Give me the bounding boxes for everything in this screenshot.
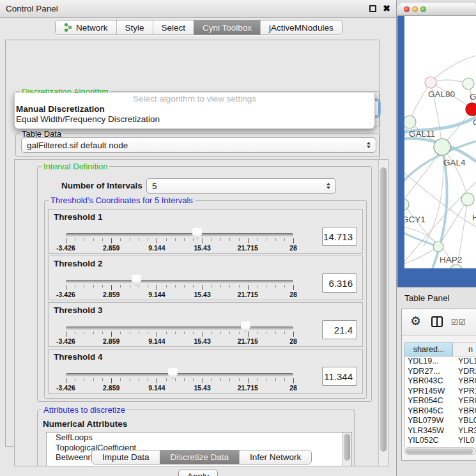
threshold-2-slider-track[interactable]	[66, 280, 293, 283]
column-header-shared-name[interactable]: shared...	[404, 342, 453, 357]
apply-button[interactable]: Apply	[178, 470, 218, 476]
scale-label: -3.426	[56, 291, 75, 298]
scale-label: 9.144	[148, 291, 165, 298]
scale-label: 21.715	[238, 384, 258, 392]
node-label-c-partial: C	[473, 118, 476, 127]
scale-label: 21.715	[238, 337, 258, 345]
table-row[interactable]: YDL19...YDL1	[405, 357, 476, 367]
node-hap2[interactable]	[433, 242, 443, 252]
cell[interactable]: YLR345W	[405, 426, 454, 436]
tab-select[interactable]: Select	[153, 20, 194, 35]
table-row[interactable]: YLR345WYLR3	[405, 426, 476, 436]
cell[interactable]: YDR2	[454, 367, 476, 377]
threshold-1-value-field[interactable]: 14.713	[322, 227, 357, 246]
scale-label: -3.426	[56, 244, 75, 252]
number-of-intervals-combobox[interactable]: 5	[146, 178, 336, 194]
cell[interactable]: YBR045C	[405, 406, 454, 417]
select-columns-checkboxes-icon[interactable]: ☑☑	[451, 318, 466, 326]
cell[interactable]: YLR3	[454, 426, 476, 436]
threshold-2-scale: -3.426 2.859 9.144 15.43 21.715 28	[66, 291, 293, 298]
split-columns-icon[interactable]	[431, 316, 443, 327]
scrollbar-thumb[interactable]	[380, 167, 387, 452]
tab-cyni-toolbox-label: Cyni Toolbox	[203, 23, 252, 33]
cell[interactable]: YIL052C	[405, 436, 454, 446]
table-row[interactable]: YBR045CYBR0	[405, 406, 476, 417]
minimize-traffic-light-icon[interactable]	[412, 6, 418, 12]
interval-definition-group-title: Interval Definition	[42, 162, 109, 171]
scale-label: 2.859	[103, 291, 119, 298]
threshold-3-slider-track[interactable]	[66, 326, 293, 330]
table-data-combobox[interactable]: galFiltered.sif default node	[21, 137, 376, 153]
cell[interactable]: YDL19...	[405, 357, 454, 367]
tab-network[interactable]: Network	[56, 20, 116, 35]
threshold-4-slider-track[interactable]	[66, 373, 293, 376]
scale-label: 28	[289, 384, 297, 392]
table-toolbar: ⚙ ☑☑	[402, 309, 476, 336]
node-top-right[interactable]	[463, 78, 474, 89]
tab-infer-network[interactable]: Infer Network	[239, 450, 311, 464]
tab-style-label: Style	[125, 23, 144, 33]
attributes-list-scrollbar[interactable]	[342, 433, 351, 466]
table-row[interactable]: YBR043CYBR0	[405, 376, 476, 387]
cell[interactable]: YBL0	[454, 416, 476, 426]
cell[interactable]: YPR145W	[405, 387, 454, 397]
column-header-name[interactable]: n	[453, 342, 476, 357]
tab-jactivemnodules[interactable]: jActiveMNodules	[260, 20, 342, 35]
node-right[interactable]	[461, 193, 474, 206]
tab-discretize-data[interactable]: Discretize Data	[160, 450, 240, 464]
node-label-gcy1: GCY1	[404, 215, 426, 224]
node-gal11[interactable]	[404, 116, 416, 128]
cell[interactable]: YBL079W	[405, 416, 454, 426]
settings-scrollbar[interactable]	[378, 160, 388, 466]
threshold-2-panel: Threshold 2 -3.426 2.859 9.144 15.43 21.…	[48, 256, 363, 300]
threshold-1-slider-track[interactable]	[66, 233, 293, 236]
interval-definition-group: Interval Definition Number of Intervals …	[37, 166, 372, 402]
cell[interactable]: YER0	[454, 396, 476, 406]
dropdown-option-manual-discretization[interactable]: Manual Discretization	[16, 104, 105, 114]
cell[interactable]: YDR27...	[405, 367, 454, 377]
gear-icon[interactable]: ⚙	[410, 314, 421, 328]
threshold-3-value-field[interactable]: 21.4	[322, 320, 357, 339]
table-horizontal-scrollbar[interactable]	[404, 447, 476, 455]
table-row[interactable]: YIL052CYIL0	[405, 436, 476, 446]
scrollbar-thumb[interactable]	[344, 434, 350, 461]
node-label-hap2: HAP2	[440, 255, 462, 265]
list-item[interactable]: SelfLoops	[47, 433, 351, 443]
close-icon[interactable]: ✖	[383, 3, 390, 13]
tab-select-label: Select	[162, 23, 186, 33]
zoom-traffic-light-icon[interactable]	[420, 6, 426, 12]
tab-impute-data[interactable]: Impute Data	[92, 450, 160, 464]
thresholds-group-title: Threshold's Coordinates for 5 Intervals	[49, 196, 195, 205]
cell[interactable]: YDL1	[454, 357, 476, 367]
cell[interactable]: YER054C	[405, 396, 454, 406]
float-window-icon[interactable]	[369, 5, 376, 12]
scrollbar-thumb[interactable]	[406, 449, 473, 454]
cell[interactable]: YIL0	[454, 436, 476, 446]
cell[interactable]: YBR043C	[405, 376, 454, 387]
node-gal4[interactable]	[434, 139, 450, 155]
cell[interactable]: YPR1	[454, 387, 476, 397]
threshold-2-value-field[interactable]: 6.316	[322, 273, 357, 293]
cell[interactable]: YBR0	[454, 406, 476, 417]
table-row[interactable]: YBL079WYBL0	[405, 416, 476, 426]
network-canvas[interactable]: GAL80 GA C GAL11 GAL4 GCY1 H HAP2	[404, 16, 476, 268]
threshold-4-panel: Threshold 4 -3.426 2.859 9.144 15.43 21.…	[48, 349, 363, 394]
node-gcy1[interactable]	[404, 199, 409, 210]
close-traffic-light-icon[interactable]	[404, 6, 410, 12]
table-row[interactable]: YER054CYER0	[405, 396, 476, 406]
cyni-mode-tabs: Impute Data Discretize Data Infer Networ…	[91, 450, 312, 464]
dropdown-option-equal-width-frequency[interactable]: Equal Width/Frequency Discretization	[16, 114, 160, 124]
control-panel-tabs: Network Style Select Cyni Toolbox jActiv…	[55, 20, 342, 35]
table-body: YDL19...YDL1 YDR27...YDR2 YBR043CYBR0 YP…	[404, 357, 476, 447]
table-row[interactable]: YDR27...YDR2	[405, 367, 476, 377]
threshold-4-value-field[interactable]: 11.344	[322, 367, 357, 386]
threshold-1-panel: Threshold 1 -3.426 2.859 9.144 15.43 21.…	[48, 209, 363, 254]
cell[interactable]: YBR0	[454, 376, 476, 387]
node-gal80[interactable]	[425, 77, 436, 88]
tab-cyni-toolbox[interactable]: Cyni Toolbox	[194, 20, 260, 35]
table-row[interactable]: YPR145WYPR1	[405, 387, 476, 397]
node-bottom-partial[interactable]	[450, 265, 463, 268]
tab-discretize-data-label: Discretize Data	[171, 452, 229, 462]
node-selected-red[interactable]	[466, 103, 476, 116]
tab-style[interactable]: Style	[116, 20, 153, 35]
